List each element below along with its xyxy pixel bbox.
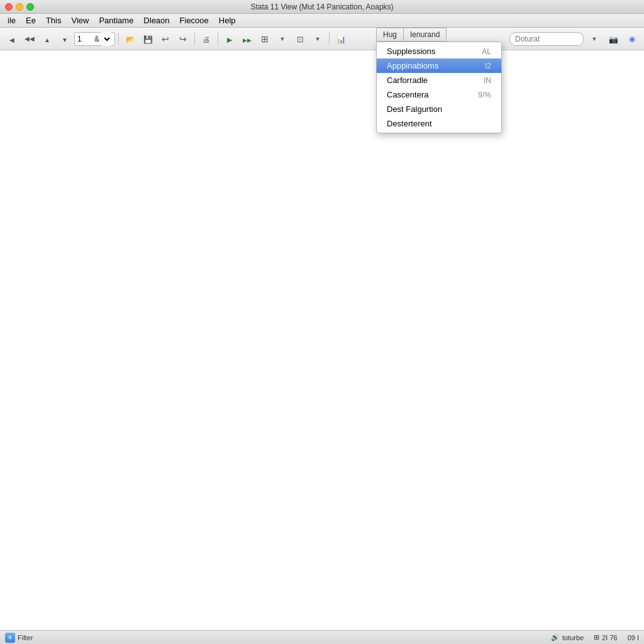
arrow-up-icon: [44, 34, 50, 44]
save-icon: [143, 34, 153, 44]
arrow-double-left-button[interactable]: ◀◀: [21, 31, 38, 47]
table-dropdown-icon: ▼: [280, 36, 286, 42]
separator-1: [118, 33, 119, 45]
table-button[interactable]: ⊞: [257, 31, 273, 47]
menu-bar: ile Ee This View Pantiame Dleaon Fiecooe…: [0, 14, 644, 28]
window-dropdown-icon: ▼: [315, 36, 321, 42]
page-input-group: & ▼: [74, 32, 115, 46]
menu-item-dleaon[interactable]: Dleaon: [138, 14, 174, 26]
redo-icon: [179, 34, 187, 44]
menu-item-carforradle-shortcut: IN: [484, 76, 491, 85]
dropdown-container: Hug Ienurand Supplessions AL Apppinabiom…: [376, 28, 502, 133]
menu-item-carforradle-label: Carforradle: [387, 75, 428, 85]
coords-label: 2I 76: [602, 634, 617, 641]
cam-button[interactable]: [605, 31, 621, 47]
save-button[interactable]: [140, 31, 156, 47]
time-label: 09 I: [628, 634, 639, 641]
arrow-down-icon: [62, 34, 68, 44]
menu-item-this[interactable]: This: [41, 14, 67, 26]
do-icon: [243, 34, 252, 44]
dropdown-menu: Supplessions AL Apppinabioms I2 Carforra…: [376, 42, 502, 133]
status-indicator-label: S: [8, 635, 11, 640]
cam-icon: [609, 34, 618, 44]
menu-item-cascentera[interactable]: Cascentera 9/%: [377, 87, 501, 102]
menu-item-apppinabioms-shortcut: I2: [485, 62, 491, 70]
status-bar: S Filter 🔊 toturbe ⊞ 2I 76 09 I: [0, 630, 644, 644]
table-icon: ⊞: [261, 34, 269, 44]
dropdown-header-bar: Hug Ienurand: [376, 28, 502, 42]
menu-item-ee[interactable]: Ee: [21, 14, 41, 26]
menu-item-desterterent[interactable]: Desterterent: [377, 116, 501, 131]
menu-item-cascentera-shortcut: 9/%: [478, 91, 491, 99]
open-icon: [126, 34, 135, 44]
menu-item-carforradle[interactable]: Carforradle IN: [377, 73, 501, 87]
dropdown-header-ienurand[interactable]: Ienurand: [403, 28, 447, 42]
window-dropdown-button[interactable]: ▼: [309, 31, 326, 47]
arrow-up-button[interactable]: [39, 31, 55, 47]
menu-item-help[interactable]: Help: [214, 14, 241, 26]
undo-icon: [162, 34, 169, 44]
print-button[interactable]: [198, 31, 214, 47]
menu-item-supplessions[interactable]: Supplessions AL: [377, 44, 501, 58]
toolbar: ◀◀ & ▼ ⊞ ▼: [0, 28, 644, 50]
arrow-left-button[interactable]: [4, 31, 20, 47]
status-section-time: 09 I: [628, 634, 639, 641]
arrow-left-icon: [9, 34, 14, 44]
status-right: 🔊 toturbe ⊞ 2I 76 09 I: [551, 633, 639, 641]
menu-item-cascentera-label: Cascentera: [387, 90, 428, 99]
menu-item-fiecooe[interactable]: Fiecooe: [175, 14, 214, 26]
undo-button[interactable]: [157, 31, 174, 47]
do-button[interactable]: [239, 31, 255, 47]
open-button[interactable]: [122, 31, 138, 47]
title-bar: Stata 11 View (Mut 14 Panication, Aoapks…: [0, 0, 644, 14]
separator-2: [194, 33, 195, 45]
redo-button[interactable]: [175, 31, 191, 47]
maximize-button[interactable]: [26, 3, 34, 11]
window-icon: [297, 34, 304, 44]
traffic-lights: [0, 3, 34, 11]
menu-item-apppinabioms[interactable]: Apppinabioms I2: [377, 58, 501, 73]
toturbe-icon: 🔊: [551, 633, 560, 641]
search-input[interactable]: [515, 35, 578, 43]
menu-item-pantiame[interactable]: Pantiame: [94, 14, 138, 26]
settings-icon: ◉: [629, 35, 635, 43]
minimize-button[interactable]: [16, 3, 23, 11]
status-section-coords: ⊞ 2I 76: [594, 633, 617, 641]
status-left-label: Filter: [18, 634, 33, 641]
print-icon: [203, 34, 210, 44]
separator-3: [218, 33, 218, 45]
arrow-down-button[interactable]: [57, 31, 73, 47]
menu-item-supplessions-shortcut: AL: [482, 47, 491, 56]
menu-item-dest-falgurtion[interactable]: Dest Falgurtion: [377, 102, 501, 116]
menu-item-supplessions-label: Supplessions: [387, 47, 435, 56]
main-content: [0, 50, 644, 630]
status-left: S Filter: [5, 633, 33, 643]
page-select[interactable]: ▼: [101, 32, 112, 46]
separator-4: [329, 33, 330, 45]
menu-item-desterterent-label: Desterterent: [387, 119, 432, 128]
close-button[interactable]: [5, 3, 13, 11]
search-dropdown-icon: ▼: [592, 36, 597, 42]
menu-item-view[interactable]: View: [66, 14, 94, 26]
menu-item-file[interactable]: ile: [3, 14, 21, 26]
run-icon: [227, 34, 232, 44]
status-indicator: S: [5, 633, 15, 643]
page-number-input[interactable]: [77, 35, 93, 43]
run-button[interactable]: [221, 31, 238, 47]
coords-icon: ⊞: [594, 633, 599, 641]
search-input-group: [509, 32, 584, 46]
graph-icon: [336, 34, 346, 44]
page-separator: &: [94, 35, 99, 43]
search-area: ▼ ◉: [509, 31, 640, 47]
status-section-toturbe: 🔊 toturbe: [551, 633, 584, 641]
window-title: Stata 11 View (Mut 14 Panication, Aoapks…: [250, 3, 393, 11]
search-dropdown-button[interactable]: ▼: [586, 31, 602, 47]
toturbe-label: toturbe: [562, 634, 584, 641]
dropdown-header-hug[interactable]: Hug: [376, 28, 403, 42]
graph-button[interactable]: [333, 31, 349, 47]
settings-button[interactable]: ◉: [624, 31, 640, 47]
menu-item-apppinabioms-label: Apppinabioms: [387, 61, 438, 70]
window-button[interactable]: [292, 31, 308, 47]
table-dropdown-button[interactable]: ▼: [274, 31, 291, 47]
menu-item-dest-falgurtion-label: Dest Falgurtion: [387, 104, 442, 114]
